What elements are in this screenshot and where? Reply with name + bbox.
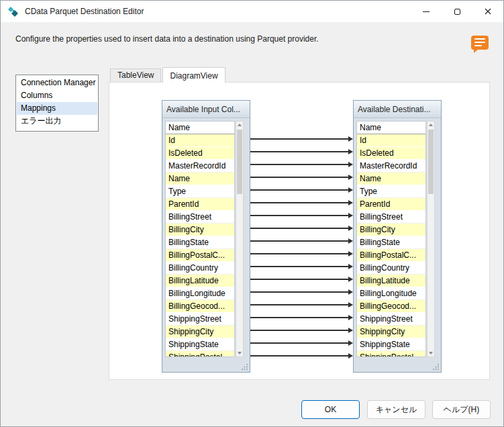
tab-diagramview[interactable]: DiagramView	[162, 67, 225, 83]
destination-column-list: NameIdIsDeletedMasterRecordIdNameTypePar…	[356, 121, 426, 357]
mapping-connection[interactable]	[250, 177, 348, 178]
destination-panel-title: Available Destinati...	[354, 101, 441, 118]
column-row[interactable]: IsDeleted	[357, 147, 425, 160]
column-row[interactable]: BillingCountry	[166, 262, 234, 275]
column-header: Name	[166, 122, 234, 134]
ok-button[interactable]: OK	[301, 400, 360, 419]
column-row[interactable]: BillingCity	[357, 224, 425, 236]
maximize-button[interactable]	[442, 1, 472, 22]
column-row[interactable]: ShippingState	[166, 338, 234, 351]
connections	[250, 138, 353, 361]
column-row[interactable]: Type	[357, 185, 425, 198]
column-row[interactable]: BillingLongitude	[166, 287, 234, 300]
column-row[interactable]: MasterRecordId	[166, 160, 234, 173]
column-row[interactable]: Name	[357, 173, 425, 185]
dialog-description: Configure the properties used to insert …	[15, 34, 319, 44]
feedback-icon[interactable]	[471, 36, 489, 50]
column-row[interactable]: ShippingStreet	[357, 313, 425, 326]
column-row[interactable]: ShippingStreet	[166, 313, 234, 326]
sidebar-item-mappings[interactable]: Mappings	[17, 102, 97, 115]
minimize-button[interactable]	[411, 1, 442, 22]
mapping-connection[interactable]	[250, 189, 348, 191]
column-row[interactable]: BillingCity	[166, 224, 234, 236]
input-panel-title: Available Input Col...	[162, 101, 250, 118]
column-row[interactable]: ParentId	[166, 198, 234, 211]
mapping-connection[interactable]	[250, 304, 348, 305]
column-row[interactable]: BillingPostalC...	[166, 249, 234, 262]
maximize-icon	[454, 9, 460, 15]
destination-columns-panel: Available Destinati... NameIdIsDeletedMa…	[353, 100, 442, 373]
column-row[interactable]: Name	[166, 173, 234, 185]
column-header: Name	[357, 122, 425, 134]
tab-tableview[interactable]: TableView	[110, 68, 161, 82]
window-title: CData Parquet Destination Editor	[25, 7, 144, 16]
close-button[interactable]	[472, 1, 503, 22]
mapping-connection[interactable]	[250, 164, 348, 165]
column-row[interactable]: ParentId	[357, 198, 425, 211]
column-row[interactable]: BillingPostalC...	[357, 249, 425, 262]
mapping-connection[interactable]	[250, 291, 348, 293]
column-row[interactable]: BillingLongitude	[357, 287, 425, 300]
column-row[interactable]: BillingGeocod...	[357, 300, 425, 313]
mapping-connection[interactable]	[250, 317, 348, 318]
scrollbar-thumb[interactable]	[428, 130, 434, 194]
column-row[interactable]: ShippingPostal...	[357, 351, 425, 357]
mapping-connection[interactable]	[250, 151, 348, 152]
mapping-connection[interactable]	[250, 279, 348, 280]
app-icon	[8, 6, 19, 17]
mapping-connection[interactable]	[250, 240, 348, 242]
title-bar: CData Parquet Destination Editor	[1, 1, 503, 22]
mapping-connection[interactable]	[250, 215, 348, 216]
tab-strip: TableViewDiagramView	[110, 67, 225, 83]
mapping-connection[interactable]	[250, 253, 348, 254]
mapping-connection[interactable]	[250, 138, 348, 140]
mapping-connection[interactable]	[250, 228, 348, 229]
column-row[interactable]: IsDeleted	[166, 147, 234, 160]
sidebar-item-connection-manager[interactable]: Connection Manager	[17, 77, 97, 89]
column-row[interactable]: BillingCountry	[357, 262, 425, 275]
column-row[interactable]: BillingStreet	[357, 211, 425, 224]
cancel-button[interactable]: キャンセル	[367, 400, 425, 419]
column-row[interactable]: BillingLatitude	[357, 275, 425, 287]
column-row[interactable]: Id	[357, 134, 425, 147]
input-column-list: NameIdIsDeletedMasterRecordIdNameTypePar…	[165, 121, 235, 357]
column-row[interactable]: BillingState	[166, 236, 234, 249]
mapping-connection[interactable]	[250, 202, 348, 203]
column-row[interactable]: ShippingPostal...	[166, 351, 234, 357]
column-row[interactable]: BillingLatitude	[166, 275, 234, 287]
mapping-connection[interactable]	[250, 342, 348, 344]
resize-grip-icon[interactable]	[432, 363, 440, 371]
column-row[interactable]: BillingStreet	[166, 211, 234, 224]
column-row[interactable]: ShippingCity	[166, 326, 234, 338]
mapping-connection[interactable]	[250, 330, 348, 331]
scrollbar[interactable]	[427, 121, 435, 357]
page-list: Connection ManagerColumnsMappingsエラー出力	[15, 75, 99, 132]
column-row[interactable]: Id	[166, 134, 234, 147]
column-row[interactable]: Type	[166, 185, 234, 198]
help-button[interactable]: ヘルプ(H)	[432, 400, 491, 419]
sidebar-item-item-3[interactable]: エラー出力	[17, 115, 97, 128]
column-row[interactable]: ShippingCity	[357, 326, 425, 338]
resize-grip-icon[interactable]	[241, 363, 248, 371]
column-row[interactable]: BillingGeocod...	[166, 300, 234, 313]
column-row[interactable]: BillingState	[357, 236, 425, 249]
column-row[interactable]: MasterRecordId	[357, 160, 425, 173]
minimize-icon	[423, 11, 430, 12]
scrollbar-thumb[interactable]	[237, 130, 242, 194]
close-icon	[485, 8, 491, 15]
mapping-connection[interactable]	[250, 266, 348, 267]
dialog-window: CData Parquet Destination Editor Configu…	[0, 0, 504, 427]
mapping-connection[interactable]	[250, 355, 348, 357]
input-columns-panel: Available Input Col... NameIdIsDeletedMa…	[162, 100, 250, 373]
sidebar-item-columns[interactable]: Columns	[17, 89, 97, 102]
column-row[interactable]: ShippingState	[357, 338, 425, 351]
scrollbar[interactable]	[236, 121, 244, 357]
